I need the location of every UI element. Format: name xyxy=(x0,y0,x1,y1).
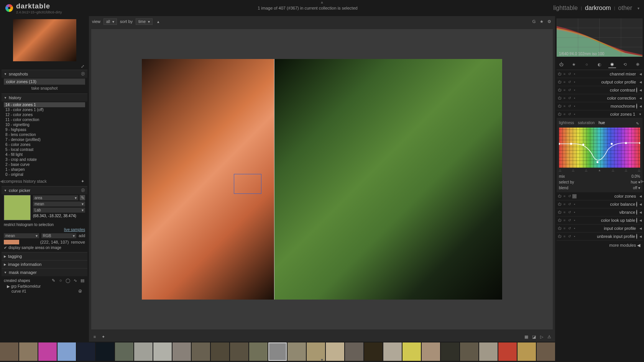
mask-manager-header[interactable]: ▼ mask manager xyxy=(2,268,87,276)
filmstrip-thumb[interactable] xyxy=(479,342,498,361)
compress-history-button[interactable]: compress history stack xyxy=(4,179,80,183)
module-expand-icon[interactable]: ◀ xyxy=(639,211,642,214)
module-color-zones-1[interactable]: ⏻≡↺▪color zones 1▼ xyxy=(557,110,642,118)
mask-group[interactable]: ▶ grp Farbkorrektur xyxy=(4,284,85,289)
blend-value[interactable]: off ▾ xyxy=(633,186,640,190)
navigation-preview[interactable] xyxy=(13,19,76,61)
module-multi-icon[interactable]: ≡ xyxy=(562,72,567,76)
module-power-icon[interactable]: ⏻ xyxy=(557,96,562,100)
snapshots-header[interactable]: ▼ snapshots ⦿ xyxy=(2,70,87,78)
picker-space-select[interactable]: Lab▾ xyxy=(33,208,85,213)
module-power-icon[interactable]: ⏻ xyxy=(557,226,562,231)
history-item[interactable]: 13 - color zones 1 (off) xyxy=(4,107,85,112)
picker-mode-select[interactable]: area▾ xyxy=(33,195,78,200)
filmstrip-thumb[interactable] xyxy=(211,342,229,361)
picker-add-button[interactable]: add xyxy=(79,234,85,238)
filmstrip-thumb[interactable] xyxy=(364,342,383,361)
chevron-down-icon[interactable]: ▾ xyxy=(637,6,639,10)
module-preset-icon[interactable]: ▪ xyxy=(572,72,577,76)
module-multi-icon[interactable]: ≡ xyxy=(562,112,567,116)
filmstrip-thumb[interactable] xyxy=(345,342,363,361)
module-multi-icon[interactable]: ≡ xyxy=(562,194,567,198)
module-expand-icon[interactable]: ◀ xyxy=(639,195,642,198)
filmstrip-thumb[interactable] xyxy=(422,342,440,361)
module-multi-icon[interactable]: ≡ xyxy=(562,96,567,100)
view-filter-select[interactable]: all▾ xyxy=(104,18,117,25)
overexposed-icon[interactable]: ▷ xyxy=(539,334,544,339)
module-preset-icon[interactable]: ▪ xyxy=(572,96,577,100)
module-preset-icon[interactable]: ▪ xyxy=(572,194,577,198)
module-tab-basic[interactable]: ○ xyxy=(583,61,591,68)
module-expand-icon[interactable]: ◀ xyxy=(639,227,642,230)
module-tab-star[interactable]: ★ xyxy=(570,61,578,68)
module-color-look-up-table[interactable]: ⏻≡↺▪color look up table◀ xyxy=(557,216,642,224)
module-tab-effect[interactable]: ❋ xyxy=(634,61,642,68)
quick-access-icon[interactable]: ≡ xyxy=(92,334,97,339)
picker-remove-button[interactable]: remove xyxy=(71,240,85,244)
module-reset-icon[interactable]: ↺ xyxy=(567,234,572,239)
module-preset-icon[interactable]: ▪ xyxy=(572,80,577,84)
module-reset-icon[interactable]: ↺ xyxy=(567,104,572,108)
module-multi-icon[interactable]: ≡ xyxy=(562,226,567,231)
module-color-contrast[interactable]: ⏻≡↺▪color contrast◀ xyxy=(557,86,642,94)
history-item[interactable]: 0 - original xyxy=(4,172,85,177)
gamut-icon[interactable]: ◪ xyxy=(531,334,537,339)
ellipse-icon[interactable]: ◯ xyxy=(65,278,71,283)
gradient-icon[interactable]: ▤ xyxy=(80,278,85,283)
module-preset-icon[interactable]: ▪ xyxy=(572,210,577,215)
snapshot-split-line[interactable] xyxy=(274,59,274,300)
styles-icon[interactable]: ✦ xyxy=(80,179,85,184)
collapse-bottom-icon[interactable]: ▼ xyxy=(320,358,324,362)
history-item[interactable]: 6 - color zones xyxy=(4,142,85,147)
filmstrip-thumb[interactable] xyxy=(460,342,478,361)
module-expand-icon[interactable]: ◀ xyxy=(639,219,642,222)
module-power-icon[interactable]: ⏻ xyxy=(557,194,562,198)
softproof-icon[interactable]: ▦ xyxy=(524,334,529,339)
live-samples-link[interactable]: live samples xyxy=(4,228,85,232)
mask-curve[interactable]: curve #1⦿ xyxy=(4,289,85,294)
select-by-value[interactable]: hue ▾ xyxy=(631,180,640,184)
module-power-icon[interactable]: ⏻ xyxy=(557,104,562,108)
module-preset-icon[interactable]: ▪ xyxy=(572,202,577,206)
module-preset-icon[interactable]: ▪ xyxy=(572,218,577,223)
styles-icon[interactable]: ✦ xyxy=(100,334,106,339)
filmstrip-thumb[interactable] xyxy=(498,342,517,361)
expand-icon[interactable]: ⤢ xyxy=(80,64,85,69)
view-lighttable[interactable]: lighttable xyxy=(553,5,578,11)
module-tab-correct[interactable]: ⟲ xyxy=(621,61,629,68)
module-preset-icon[interactable]: ▪ xyxy=(572,112,577,116)
group-icon[interactable]: G xyxy=(531,19,537,24)
filmstrip-thumb[interactable] xyxy=(326,342,344,361)
module-multi-icon[interactable]: ≡ xyxy=(562,210,567,215)
filmstrip-thumb[interactable] xyxy=(268,342,287,361)
module-tab-color[interactable]: ◉ xyxy=(608,61,616,68)
module-expand-icon[interactable]: ◀ xyxy=(639,88,642,92)
cz-tab-hue[interactable]: hue xyxy=(598,121,605,126)
module-reset-icon[interactable]: ↺ xyxy=(567,202,572,206)
module-multi-icon[interactable]: ≡ xyxy=(562,218,567,223)
checkbox-checked-icon[interactable]: ✔ xyxy=(4,246,7,250)
history-item[interactable]: 4 - fill light xyxy=(4,152,85,157)
module-reset-icon[interactable]: ↺ xyxy=(567,80,572,84)
filmstrip-thumb[interactable] xyxy=(537,342,555,361)
module-reset-icon[interactable]: ↺ xyxy=(567,88,572,92)
filmstrip-thumb[interactable] xyxy=(134,342,153,361)
take-snapshot-button[interactable]: take snapshot xyxy=(4,85,85,91)
collapse-left-icon[interactable]: ◀ xyxy=(0,179,3,184)
collapse-right-icon[interactable]: ▶ xyxy=(641,179,644,184)
module-reset-icon[interactable]: ↺ xyxy=(567,210,572,215)
module-multi-icon[interactable]: ≡ xyxy=(562,202,567,206)
gear-icon[interactable]: ⦿ xyxy=(81,72,85,76)
module-input-color-profile[interactable]: ⏻≡↺▪input color profile◀ xyxy=(557,224,642,233)
module-power-icon[interactable]: ⏻ xyxy=(557,202,562,206)
history-item[interactable]: 12 - color zones xyxy=(4,112,85,117)
module-reset-icon[interactable]: ↺ xyxy=(567,96,572,100)
history-item[interactable]: 11 - color correction xyxy=(4,117,85,122)
filmstrip-thumb[interactable] xyxy=(0,342,18,361)
filmstrip-thumb[interactable] xyxy=(249,342,268,361)
filmstrip-thumb[interactable] xyxy=(115,342,133,361)
module-power-icon[interactable]: ⏻ xyxy=(557,218,562,223)
filmstrip-thumb[interactable] xyxy=(77,342,95,361)
filmstrip-thumb[interactable] xyxy=(58,342,76,361)
path-icon[interactable]: ∿ xyxy=(72,278,78,283)
